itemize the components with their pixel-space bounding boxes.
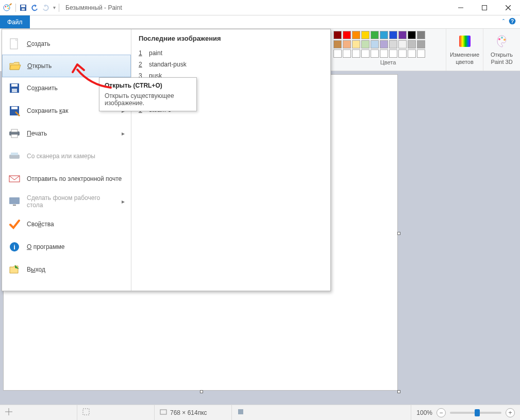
- recent-heading: Последние изображения: [139, 35, 323, 42]
- ribbon-collapse-icon[interactable]: ˆ: [502, 19, 505, 26]
- menu-email[interactable]: Отправить по электронной почте: [2, 167, 131, 190]
- resize-handle-se[interactable]: [397, 390, 400, 393]
- svg-point-3: [8, 7, 9, 8]
- color-swatch[interactable]: [380, 40, 388, 48]
- menu-exit[interactable]: Выход: [2, 258, 131, 281]
- selection-size-icon: [82, 408, 90, 417]
- svg-rect-13: [459, 36, 471, 47]
- edit-colors-icon: [458, 34, 472, 49]
- edit-colors-button[interactable]: Изменение цветов: [446, 29, 483, 71]
- menu-print-label: Печать: [27, 130, 47, 137]
- svg-rect-22: [11, 107, 18, 109]
- zoom-slider-thumb[interactable]: [475, 409, 480, 416]
- color-swatch[interactable]: [333, 31, 342, 39]
- menu-exit-label: Выход: [27, 266, 45, 273]
- recent-item-label: paint: [149, 49, 162, 57]
- color-swatch[interactable]: [380, 31, 388, 39]
- status-selection-size: [77, 405, 155, 420]
- color-swatch[interactable]: [417, 40, 425, 48]
- paint3d-icon: [495, 34, 509, 49]
- zoom-slider[interactable]: [450, 412, 501, 414]
- color-swatch[interactable]: [343, 40, 351, 48]
- menu-properties[interactable]: Свойства: [2, 213, 131, 236]
- statusbar: 768 × 614пкс 100% − +: [0, 405, 520, 420]
- save-icon[interactable]: [19, 4, 27, 12]
- svg-point-15: [501, 37, 503, 39]
- color-swatch-empty[interactable]: [408, 49, 416, 58]
- color-swatch[interactable]: [333, 40, 342, 48]
- maximize-button[interactable]: [473, 0, 496, 15]
- svg-point-16: [504, 39, 506, 41]
- qat-customize-icon[interactable]: ▾: [53, 5, 56, 10]
- color-swatch[interactable]: [343, 31, 351, 39]
- zoom-out-button[interactable]: −: [437, 408, 446, 417]
- ribbon-colors-region: Цвета Изменение цветов Открыть Paint 3D: [330, 29, 520, 71]
- color-swatch[interactable]: [398, 31, 407, 39]
- color-swatches-group: Цвета: [330, 29, 446, 71]
- tab-file[interactable]: Файл: [0, 15, 30, 28]
- recent-item[interactable]: 2standart-pusk: [139, 59, 323, 70]
- menu-scanner-label: Со сканера или камеры: [27, 153, 95, 160]
- color-swatch[interactable]: [371, 40, 379, 48]
- menu-create[interactable]: Создать: [2, 32, 131, 55]
- open-paint3d-label: Открыть Paint 3D: [483, 52, 520, 65]
- color-swatch-empty[interactable]: [352, 49, 360, 58]
- color-swatch-empty[interactable]: [371, 49, 379, 58]
- status-canvas-size: 768 × 614пкс: [155, 405, 232, 420]
- annotation-arrow: [70, 62, 116, 93]
- color-swatch-empty[interactable]: [417, 49, 425, 58]
- disk-icon: [237, 408, 244, 417]
- color-swatch[interactable]: [398, 40, 407, 48]
- svg-rect-6: [22, 8, 25, 10]
- color-swatch[interactable]: [417, 31, 425, 39]
- color-swatch-empty[interactable]: [380, 49, 388, 58]
- menu-scanner[interactable]: Со сканера или камеры: [2, 145, 131, 167]
- svg-rect-20: [12, 89, 17, 92]
- zoom-percent: 100%: [416, 409, 432, 416]
- exit-icon: [8, 263, 21, 276]
- color-swatch[interactable]: [408, 31, 416, 39]
- resize-handle-e[interactable]: [397, 232, 400, 235]
- recent-item-label: standart-pusk: [149, 61, 187, 68]
- color-swatch[interactable]: [361, 40, 370, 48]
- scanner-icon: [8, 150, 21, 162]
- color-swatch[interactable]: [408, 40, 416, 48]
- svg-rect-19: [11, 84, 18, 87]
- zoom-in-button[interactable]: +: [506, 408, 515, 417]
- color-swatch-empty[interactable]: [361, 49, 370, 58]
- svg-rect-27: [11, 153, 18, 155]
- recent-item-number: 2: [139, 61, 144, 68]
- color-swatch[interactable]: [352, 40, 360, 48]
- recent-item-number: 1: [139, 49, 144, 57]
- recent-item[interactable]: 1paint: [139, 47, 323, 59]
- minimize-button[interactable]: [449, 0, 473, 15]
- resize-handle-s[interactable]: [200, 390, 203, 393]
- file-menu-backstage: Создать Открыть Сохранить Сохранить как …: [2, 29, 331, 291]
- submenu-arrow-icon: ▸: [122, 130, 125, 137]
- svg-rect-5: [21, 5, 25, 7]
- color-swatch[interactable]: [361, 31, 370, 39]
- printer-icon: [8, 127, 21, 140]
- color-swatch-empty[interactable]: [389, 49, 397, 58]
- menu-create-label: Создать: [27, 40, 51, 47]
- paint-logo-icon: [3, 3, 12, 12]
- menu-print[interactable]: Печать ▸: [2, 122, 131, 145]
- color-swatch[interactable]: [389, 31, 397, 39]
- color-swatch[interactable]: [371, 31, 379, 39]
- canvas-size-text: 768 × 614пкс: [170, 409, 207, 416]
- color-swatch[interactable]: [389, 40, 397, 48]
- menu-email-label: Отправить по электронной почте: [27, 175, 122, 182]
- redo-icon[interactable]: [42, 4, 50, 12]
- svg-rect-35: [83, 409, 89, 415]
- color-swatch-empty[interactable]: [343, 49, 351, 58]
- color-swatch[interactable]: [352, 31, 360, 39]
- undo-icon[interactable]: [30, 4, 39, 12]
- help-icon[interactable]: ?: [509, 18, 516, 26]
- close-button[interactable]: [496, 0, 520, 15]
- color-swatch-empty[interactable]: [398, 49, 407, 58]
- tooltip-body: Открыть существующее изображение.: [105, 92, 191, 107]
- color-swatch-empty[interactable]: [333, 49, 342, 58]
- menu-wallpaper[interactable]: Сделать фоном рабочего стола ▸: [2, 190, 131, 213]
- menu-about[interactable]: i О программе: [2, 236, 131, 258]
- open-paint3d-button[interactable]: Открыть Paint 3D: [483, 29, 520, 71]
